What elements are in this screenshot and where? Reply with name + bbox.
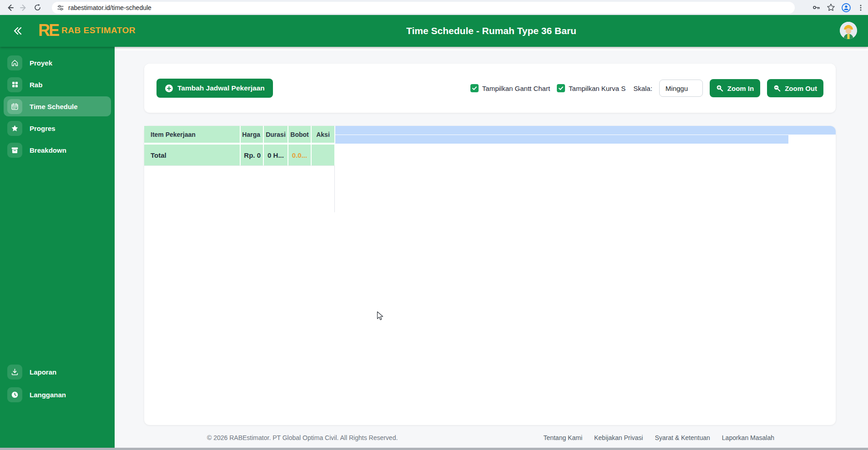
- column-header-aksi: Aksi: [312, 126, 334, 143]
- avatar[interactable]: [840, 22, 857, 39]
- scale-select-value: Minggu: [666, 85, 688, 92]
- sidebar-item-label: Laporan: [30, 368, 56, 376]
- zoom-out-label: Zoom Out: [785, 85, 817, 92]
- gantt-timeline-header-top: [335, 126, 836, 135]
- site-info-icon[interactable]: [57, 4, 64, 11]
- toolbar-card: Tambah Jadwal Pekerjaan Tampilkan Gantt …: [144, 64, 836, 113]
- home-icon: [7, 55, 22, 70]
- sidebar-item-label: Time Schedule: [30, 103, 78, 110]
- brand-logo: RE: [38, 20, 58, 41]
- sidebar-item-label: Proyek: [30, 59, 52, 67]
- checkbox-gantt-label: Tampilkan Gantt Chart: [482, 85, 550, 92]
- sidebar-item-label: Langganan: [30, 391, 66, 399]
- zoom-in-icon: [716, 85, 723, 92]
- add-schedule-label: Tambah Jadwal Pekerjaan: [177, 84, 265, 92]
- zoom-out-icon: [773, 85, 781, 92]
- reload-icon[interactable]: [30, 1, 44, 15]
- zoom-in-label: Zoom In: [727, 85, 754, 92]
- total-aksi: [312, 145, 334, 165]
- url-bar[interactable]: rabestimator.id/time-schedule: [52, 2, 795, 14]
- sidebar-item-progres[interactable]: Progres: [4, 118, 111, 138]
- calendar-icon: [7, 99, 22, 114]
- sidebar-item-rab[interactable]: Rab: [4, 75, 111, 95]
- scale-label: Skala:: [633, 85, 652, 92]
- copyright-text: © 2026 RABEstimator. PT Global Optima Ci…: [207, 434, 398, 441]
- forward-icon: [17, 1, 30, 15]
- column-header-harga: Harga: [241, 126, 263, 143]
- column-header-bobot: Bobot: [288, 126, 311, 143]
- main-content: Tambah Jadwal Pekerjaan Tampilkan Gantt …: [115, 47, 868, 448]
- footer-link-syarat-ketentuan[interactable]: Syarat & Ketentuan: [655, 434, 710, 441]
- archive-icon: [7, 143, 22, 158]
- footer-link-laporkan-masalah[interactable]: Laporkan Masalah: [722, 434, 774, 441]
- clock-icon: [7, 387, 22, 402]
- table-row-total: Total Rp. 0 0 H... 0.0...: [144, 145, 334, 166]
- back-icon[interactable]: [3, 1, 17, 15]
- sidebar-item-langganan[interactable]: Langganan: [4, 385, 111, 405]
- sidebar-item-proyek[interactable]: Proyek: [4, 53, 111, 73]
- checkbox-kurva-label: Tampilkan Kurva S: [569, 85, 626, 92]
- add-schedule-button[interactable]: Tambah Jadwal Pekerjaan: [156, 79, 273, 98]
- total-bobot: 0.0...: [288, 145, 311, 165]
- key-icon[interactable]: [812, 3, 821, 12]
- table-gantt-divider: [334, 165, 335, 212]
- sidebar-item-label: Progres: [30, 125, 56, 132]
- total-harga: Rp. 0: [241, 145, 263, 165]
- sidebar-item-time-schedule[interactable]: Time Schedule: [4, 96, 111, 116]
- sidebar-item-breakdown[interactable]: Breakdown: [4, 140, 111, 160]
- checkbox-gantt-chart[interactable]: Tampilkan Gantt Chart: [470, 84, 550, 92]
- sidebar-collapse-button[interactable]: [10, 23, 25, 39]
- column-header-item-pekerjaan: Item Pekerjaan: [144, 126, 240, 143]
- zoom-out-button[interactable]: Zoom Out: [767, 79, 823, 97]
- menu-dots-icon[interactable]: [857, 4, 864, 12]
- checkbox-kurva-s[interactable]: Tampilkan Kurva S: [557, 84, 626, 92]
- page-title: Time Schedule - Rumah Type 36 Baru: [115, 15, 868, 47]
- plus-circle-icon: [165, 84, 173, 93]
- sidebar-item-label: Rab: [30, 81, 42, 89]
- footer-link-tentang-kami[interactable]: Tentang Kami: [543, 434, 582, 441]
- zoom-in-button[interactable]: Zoom In: [710, 79, 760, 97]
- profile-icon[interactable]: [841, 3, 851, 13]
- total-durasi: 0 H...: [264, 145, 288, 165]
- url-text[interactable]: rabestimator.id/time-schedule: [68, 4, 151, 11]
- footer: © 2026 RABEstimator. PT Global Optima Ci…: [115, 428, 868, 448]
- app-header: RE RAB ESTIMATOR Time Schedule - Rumah T…: [0, 15, 868, 47]
- bookmark-star-icon[interactable]: [827, 3, 835, 12]
- schedule-table-card: Item Pekerjaan Harga Durasi Bobot Aksi T…: [144, 126, 836, 425]
- sidebar-item-label: Breakdown: [30, 146, 66, 154]
- screen: rabestimator.id/time-schedule RE RAB EST…: [0, 0, 868, 450]
- content-top-strip: [115, 47, 868, 50]
- column-header-durasi: Durasi: [264, 126, 288, 143]
- sidebar: Proyek Rab Time Schedule Progres: [0, 47, 115, 450]
- total-label: Total: [144, 145, 240, 165]
- scale-select[interactable]: Minggu: [659, 80, 703, 97]
- browser-toolbar: rabestimator.id/time-schedule: [0, 0, 868, 15]
- taskbar-edge: [0, 448, 868, 450]
- download-icon: [7, 365, 22, 380]
- table-header-row: Item Pekerjaan Harga Durasi Bobot Aksi: [144, 126, 334, 143]
- star-icon: [7, 121, 22, 136]
- sidebar-item-laporan[interactable]: Laporan: [4, 362, 111, 382]
- checkbox-checked-icon: [557, 84, 565, 92]
- footer-link-kebijakan-privasi[interactable]: Kebijakan Privasi: [594, 434, 643, 441]
- gantt-timeline-header-bottom: [335, 135, 788, 144]
- checkbox-checked-icon: [470, 84, 479, 92]
- grid-icon: [7, 77, 22, 92]
